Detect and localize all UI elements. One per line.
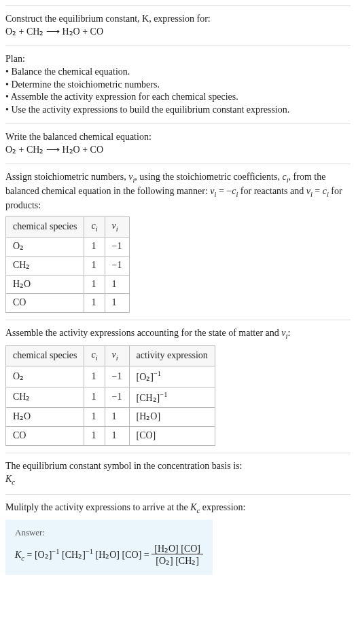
cell-species: CH₂ [6,387,84,408]
text: expression: [200,502,245,512]
kc-symbol: Kc [5,473,351,487]
section-symbol: The equilibrium constant symbol in the c… [5,453,351,494]
cell-activity: [O₂]−1 [129,366,215,387]
fraction: [H₂O] [CO][O₂] [CH₂] [152,543,203,569]
section-result: Mulitply the activity expressions to arr… [5,494,351,582]
cell-ci: 1 [84,237,105,256]
cell-nui: 1 [105,427,129,446]
table-row: CO11 [6,294,130,313]
col-activity: activity expression [129,346,215,366]
cell-nui: 1 [105,294,129,313]
section-balanced: Write the balanced chemical equation: O₂… [5,124,351,164]
cell-ci: 1 [84,256,105,275]
cell-ci: 1 [84,275,105,294]
table-row: O₂1−1 [6,237,130,256]
result-text: Mulitply the activity expressions to arr… [5,501,351,516]
text: Assemble the activity expressions accoun… [5,328,281,338]
col-ci: ci [84,216,105,237]
plan-bullet: • Balance the chemical equation. [5,66,351,79]
numerator: [H₂O] [CO] [152,544,203,554]
activity-table: chemical species ci νi activity expressi… [5,345,215,446]
cell-ci: 1 [84,294,105,313]
table-header-row: chemical species ci νi [6,216,130,237]
text: : [287,328,290,338]
cell-activity: [CH₂]−1 [129,387,215,408]
col-nui: νi [105,346,129,366]
var-sub: i [96,354,98,362]
text: Assign stoichiometric numbers, [5,172,128,182]
equation: O₂ + CH₂ ⟶ H₂O + CO [5,144,351,157]
table-row: O₂ 1 −1 [O₂]−1 [6,366,215,387]
col-species: chemical species [6,346,84,366]
term: [H₂O] [95,550,120,560]
base: [CH₂] [137,393,160,403]
cell-species: O₂ [6,237,84,256]
table-header-row: chemical species ci νi activity expressi… [6,346,215,366]
exp: −1 [52,548,59,555]
base: [O₂] [137,372,154,382]
answer-label: Answer: [15,527,203,539]
text: for reactants and [238,186,306,196]
equals: = [24,550,35,560]
table-row: H₂O11 [6,275,130,294]
cell-ci: 1 [84,387,105,408]
col-nui: νi [105,216,129,237]
cell-ci: 1 [84,366,105,387]
table-row: CH₂ 1 −1 [CH₂]−1 [6,387,215,408]
term: [CH₂] [62,550,86,560]
denominator: [O₂] [CH₂] [153,556,202,566]
var-K: K [15,550,21,560]
cell-species: H₂O [6,408,84,427]
section-construct: Construct the equilibrium constant, K, e… [5,5,351,45]
answer-box: Answer: Kc = [O₂]−1 [CH₂]−1 [H₂O] [CO] =… [5,520,213,575]
cell-nui: −1 [105,366,129,387]
plan-bullet: • Use the activity expressions to build … [5,104,351,117]
cell-activity: [H₂O] [129,408,215,427]
text: = − [216,186,232,196]
plan-bullet: • Assemble the activity expression for e… [5,91,351,104]
text: Mulitply the activity expressions to arr… [5,502,190,512]
var-sub: i [116,354,118,362]
activity-text: Assemble the activity expressions accoun… [5,327,351,341]
exp: −1 [160,391,167,398]
cell-nui: −1 [105,256,129,275]
symbol-text: The equilibrium constant symbol in the c… [5,460,351,473]
stoich-text: Assign stoichiometric numbers, νi, using… [5,171,351,212]
cell-activity: [CO] [129,427,215,446]
exp: −1 [86,548,93,555]
section-title: Construct the equilibrium constant, K, e… [5,13,351,26]
var-sub: i [116,225,118,233]
col-ci: ci [84,346,105,366]
section-plan: Plan: • Balance the chemical equation. •… [5,45,351,124]
term: [CO] [122,550,142,560]
cell-species: CO [6,294,84,313]
section-stoich: Assign stoichiometric numbers, νi, using… [5,164,351,320]
text: , using the stoichiometric coefficients, [135,172,282,182]
cell-species: H₂O [6,275,84,294]
var-sub: c [12,478,15,486]
var-K: K [5,474,12,484]
exp: −1 [154,370,161,377]
cell-nui: 1 [105,275,129,294]
section-activity: Assemble the activity expressions accoun… [5,320,351,453]
plan-bullet: • Determine the stoichiometric numbers. [5,79,351,92]
var-sub: i [96,225,98,233]
cell-ci: 1 [84,427,105,446]
term: [O₂] [35,550,52,560]
text: = [313,186,323,196]
cell-species: CH₂ [6,256,84,275]
cell-ci: 1 [84,408,105,427]
table-row: H₂O 1 1 [H₂O] [6,408,215,427]
title-text: Construct the equilibrium constant, K, e… [5,14,211,24]
col-species: chemical species [6,216,84,237]
stoich-table: chemical species ci νi O₂1−1 CH₂1−1 H₂O1… [5,216,130,314]
equation: O₂ + CH₂ ⟶ H₂O + CO [5,26,351,39]
cell-nui: 1 [105,408,129,427]
answer-equation: Kc = [O₂]−1 [CH₂]−1 [H₂O] [CO] = [H₂O] [… [15,543,203,569]
table-row: CH₂1−1 [6,256,130,275]
cell-species: CO [6,427,84,446]
var-K: K [190,502,196,512]
cell-nui: −1 [105,237,129,256]
plan-title: Plan: [5,53,351,66]
table-row: CO 1 1 [CO] [6,427,215,446]
